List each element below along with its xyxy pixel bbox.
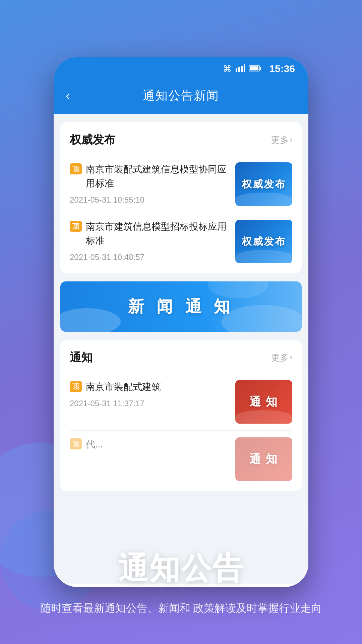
svg-rect-3 <box>244 64 245 72</box>
svg-rect-2 <box>241 66 243 72</box>
top-badge-2: 顶 <box>70 221 82 232</box>
svg-rect-5 <box>260 67 261 70</box>
notice-section-header: 通知 更多 › <box>70 350 292 365</box>
authority-item-1-content: 顶 南京市装配式建筑信息模型协同应用标准 2021-05-31 10:55:10 <box>70 162 229 205</box>
authority-item-2-time: 2021-05-31 10:48:57 <box>70 253 229 262</box>
authority-more-button[interactable]: 更多 › <box>271 134 292 146</box>
status-bar: ⌘ 15:36 <box>54 57 308 80</box>
status-time: 15:36 <box>269 63 295 74</box>
notice-more-chevron: › <box>290 353 292 362</box>
authority-item-2[interactable]: 顶 南京市建筑信息模型招标投标应用标准 2021-05-31 10:48:57 … <box>70 213 292 263</box>
svg-rect-6 <box>250 66 258 70</box>
app-header: ‹ 通知公告新闻 <box>54 80 308 114</box>
top-badge-1: 顶 <box>70 163 82 174</box>
authority-section-header: 权威发布 更多 › <box>70 132 292 148</box>
authority-more-chevron: › <box>290 136 292 144</box>
notice-item-2-content: 顶 代... <box>70 437 229 456</box>
notice-badge-1: 顶 <box>70 381 82 392</box>
notice-item-1-title: 南京市装配式建筑 <box>86 380 161 394</box>
authority-title: 权威发布 <box>70 132 115 148</box>
content-area: 权威发布 更多 › 顶 南京市装配式建筑信息模型协同应用标准 2021-05-3… <box>54 114 308 584</box>
notice-item-1-time: 2021-05-31 11:37:17 <box>70 399 229 408</box>
svg-rect-0 <box>236 68 237 72</box>
notice-thumbnail-1-text: 通 知 <box>249 394 278 410</box>
authority-item-1-time: 2021-05-31 10:55:10 <box>70 195 229 205</box>
notice-badge-2: 顶 <box>70 438 82 449</box>
svg-rect-1 <box>238 67 240 72</box>
authority-thumbnail-2-text: 权威发布 <box>242 235 286 249</box>
status-icons: ⌘ 15:36 <box>223 63 295 74</box>
notice-item-2-title: 代... <box>86 437 103 451</box>
signal-icon <box>236 64 245 74</box>
authority-item-2-content: 顶 南京市建筑信息模型招标投标应用标准 2021-05-31 10:48:57 <box>70 220 229 262</box>
authority-item-2-thumbnail: 权威发布 <box>235 220 292 263</box>
notice-section: 通知 更多 › 顶 南京市装配式建筑 2021-05-31 11:37:17 通… <box>60 340 302 491</box>
notice-item-1-content: 顶 南京市装配式建筑 2021-05-31 11:37:17 <box>70 380 229 408</box>
page-title: 通知公告新闻 <box>143 88 219 104</box>
authority-section: 权威发布 更多 › 顶 南京市装配式建筑信息模型协同应用标准 2021-05-3… <box>60 122 302 273</box>
banner-text: 新 闻 通 知 <box>128 296 234 317</box>
authority-item-1-title: 南京市装配式建筑信息模型协同应用标准 <box>86 162 229 191</box>
authority-item-1-thumbnail: 权威发布 <box>235 162 292 206</box>
phone-shell: ⌘ 15:36 ‹ 通知公告新闻 权威发布 更多 › <box>54 57 308 587</box>
authority-thumbnail-1-text: 权威发布 <box>242 177 286 191</box>
authority-item-2-title: 南京市建筑信息模型招标投标应用标准 <box>86 220 229 248</box>
notice-item-2-thumbnail: 通 知 <box>235 437 292 481</box>
battery-icon <box>249 64 262 74</box>
back-button[interactable]: ‹ <box>66 89 70 103</box>
notice-item-1[interactable]: 顶 南京市装配式建筑 2021-05-31 11:37:17 通 知 <box>70 373 292 431</box>
notice-thumbnail-2-text: 通 知 <box>249 451 278 467</box>
authority-item-1[interactable]: 顶 南京市装配式建筑信息模型协同应用标准 2021-05-31 10:55:10… <box>70 156 292 213</box>
news-banner[interactable]: 新 闻 通 知 <box>60 281 302 332</box>
notice-more-button[interactable]: 更多 › <box>271 352 292 364</box>
notice-item-1-thumbnail: 通 知 <box>235 380 292 424</box>
notice-title: 通知 <box>70 350 93 365</box>
wifi-icon: ⌘ <box>223 64 232 74</box>
notice-item-2[interactable]: 顶 代... 通 知 <box>70 431 292 481</box>
